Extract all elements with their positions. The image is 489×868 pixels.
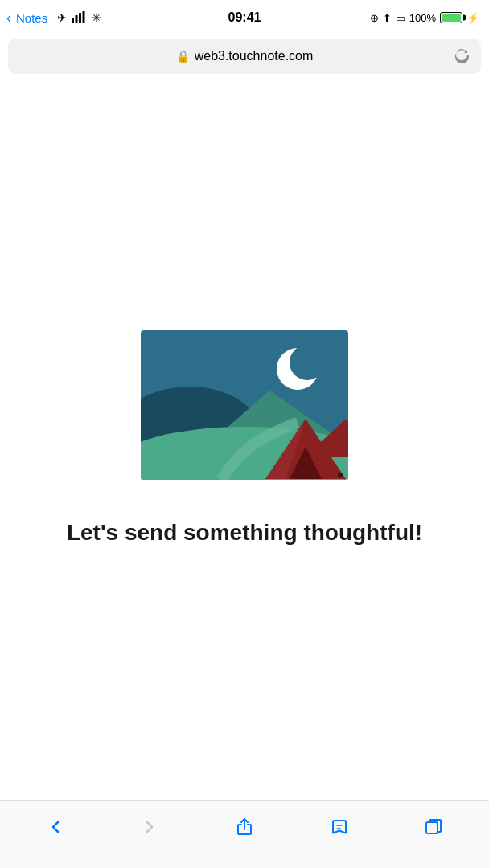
status-bar-right: ⊕ ⬆ ▭ 100% ⚡: [370, 12, 479, 24]
signal-icon: [72, 11, 86, 25]
bookmarks-icon: [330, 817, 349, 837]
tabs-button[interactable]: [416, 809, 451, 845]
address-bar-content: 🔒 web3.touchnote.com: [176, 49, 314, 63]
activity-icon: ✳: [92, 11, 101, 24]
back-button[interactable]: [38, 809, 73, 845]
svg-point-16: [338, 473, 343, 477]
forward-button[interactable]: [132, 809, 167, 845]
charging-icon: ⚡: [466, 12, 479, 24]
bookmarks-button[interactable]: [322, 809, 357, 845]
direction-icon: ⬆: [383, 12, 392, 24]
notes-back-label[interactable]: Notes: [16, 11, 47, 25]
svg-rect-2: [79, 13, 81, 23]
battery-icon: [440, 12, 462, 23]
status-bar-left: ‹ Notes ✈ ✳: [6, 10, 101, 27]
browser-content: Let's send something thoughtful!: [0, 77, 489, 800]
back-arrow-icon[interactable]: ‹: [6, 10, 11, 27]
camping-illustration: [141, 330, 348, 480]
lock-icon: 🔒: [176, 50, 190, 63]
reload-icon[interactable]: [454, 47, 470, 67]
location-icon: ⊕: [370, 12, 379, 24]
status-bar: ‹ Notes ✈ ✳ 09:41 ⊕ ⬆ ▭ 100% ⚡: [0, 0, 489, 35]
back-icon: [46, 817, 65, 837]
tagline: Let's send something thoughtful!: [67, 518, 422, 547]
share-icon: [235, 817, 254, 837]
svg-rect-0: [72, 18, 74, 23]
forward-icon: [140, 817, 159, 837]
svg-rect-17: [426, 822, 438, 833]
tabs-icon: [424, 817, 443, 837]
safari-toolbar: [0, 800, 489, 868]
svg-rect-3: [83, 11, 85, 23]
illustration-container: [141, 330, 348, 480]
address-bar[interactable]: 🔒 web3.touchnote.com: [8, 39, 481, 74]
share-button[interactable]: [227, 809, 262, 845]
svg-point-11: [290, 345, 325, 380]
svg-rect-1: [76, 15, 78, 23]
status-bar-time: 09:41: [228, 10, 261, 25]
url-text: web3.touchnote.com: [195, 49, 314, 63]
airplane-icon: ✈: [57, 11, 67, 24]
airplay-icon: ▭: [396, 12, 405, 24]
battery-percent: 100%: [409, 12, 436, 24]
